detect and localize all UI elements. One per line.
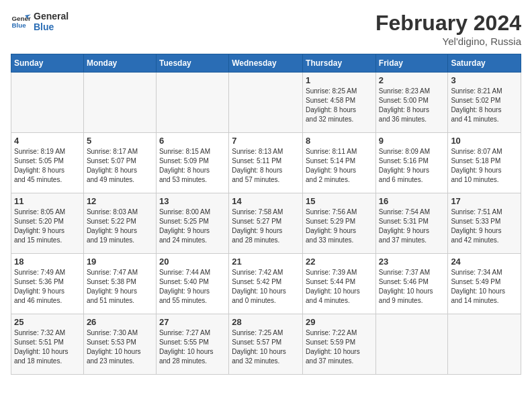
day-cell: 26Sunrise: 7:30 AM Sunset: 5:53 PM Dayli… xyxy=(83,314,156,375)
logo-line1: General xyxy=(34,11,69,21)
day-info: Sunrise: 8:13 AM Sunset: 5:11 PM Dayligh… xyxy=(232,147,300,185)
day-number: 25 xyxy=(14,317,81,327)
day-cell: 19Sunrise: 7:47 AM Sunset: 5:38 PM Dayli… xyxy=(83,254,156,314)
day-cell: 12Sunrise: 8:03 AM Sunset: 5:22 PM Dayli… xyxy=(83,193,156,254)
day-number: 24 xyxy=(451,257,518,267)
day-cell: 11Sunrise: 8:05 AM Sunset: 5:20 PM Dayli… xyxy=(11,193,84,254)
header: General Blue General Blue February 2024 … xyxy=(11,11,521,47)
day-number: 14 xyxy=(232,196,300,206)
day-number: 12 xyxy=(87,196,153,206)
day-info: Sunrise: 7:37 AM Sunset: 5:46 PM Dayligh… xyxy=(379,268,445,306)
day-info: Sunrise: 8:11 AM Sunset: 5:14 PM Dayligh… xyxy=(306,147,373,185)
day-info: Sunrise: 7:49 AM Sunset: 5:36 PM Dayligh… xyxy=(14,268,81,306)
weekday-header-thursday: Thursday xyxy=(303,54,376,73)
day-info: Sunrise: 7:47 AM Sunset: 5:38 PM Dayligh… xyxy=(87,268,153,306)
day-cell: 25Sunrise: 7:32 AM Sunset: 5:51 PM Dayli… xyxy=(11,314,84,375)
title-section: February 2024 Yel'digino, Russia xyxy=(375,11,521,47)
day-info: Sunrise: 7:51 AM Sunset: 5:33 PM Dayligh… xyxy=(451,208,518,245)
weekday-header-row: SundayMondayTuesdayWednesdayThursdayFrid… xyxy=(11,54,521,73)
day-number: 15 xyxy=(306,196,373,206)
weekday-header-monday: Monday xyxy=(83,54,156,73)
day-cell xyxy=(11,73,84,133)
day-number: 9 xyxy=(379,136,445,146)
day-info: Sunrise: 7:58 AM Sunset: 5:27 PM Dayligh… xyxy=(232,208,300,245)
day-cell xyxy=(448,314,521,375)
day-number: 18 xyxy=(14,257,81,267)
day-number: 16 xyxy=(379,196,445,206)
day-info: Sunrise: 8:07 AM Sunset: 5:18 PM Dayligh… xyxy=(451,147,518,185)
calendar: SundayMondayTuesdayWednesdayThursdayFrid… xyxy=(11,54,521,375)
day-cell: 2Sunrise: 8:23 AM Sunset: 5:00 PM Daylig… xyxy=(375,73,448,133)
weekday-header-tuesday: Tuesday xyxy=(156,54,228,73)
logo-icon: General Blue xyxy=(11,11,31,32)
day-info: Sunrise: 7:44 AM Sunset: 5:40 PM Dayligh… xyxy=(159,268,226,306)
day-cell: 28Sunrise: 7:25 AM Sunset: 5:57 PM Dayli… xyxy=(229,314,303,375)
day-cell: 9Sunrise: 8:09 AM Sunset: 5:16 PM Daylig… xyxy=(375,133,448,193)
day-cell: 4Sunrise: 8:19 AM Sunset: 5:05 PM Daylig… xyxy=(11,133,84,193)
day-cell: 20Sunrise: 7:44 AM Sunset: 5:40 PM Dayli… xyxy=(156,254,228,314)
day-info: Sunrise: 8:05 AM Sunset: 5:20 PM Dayligh… xyxy=(14,208,81,245)
day-number: 5 xyxy=(87,136,153,146)
day-cell: 22Sunrise: 7:39 AM Sunset: 5:44 PM Dayli… xyxy=(303,254,376,314)
day-info: Sunrise: 7:56 AM Sunset: 5:29 PM Dayligh… xyxy=(306,208,373,245)
logo: General Blue General Blue xyxy=(11,11,69,32)
day-info: Sunrise: 7:25 AM Sunset: 5:57 PM Dayligh… xyxy=(232,328,300,366)
day-info: Sunrise: 7:22 AM Sunset: 5:59 PM Dayligh… xyxy=(306,328,373,366)
day-number: 11 xyxy=(14,196,81,206)
day-cell: 13Sunrise: 8:00 AM Sunset: 5:25 PM Dayli… xyxy=(156,193,228,254)
day-info: Sunrise: 7:54 AM Sunset: 5:31 PM Dayligh… xyxy=(379,208,445,245)
day-cell xyxy=(156,73,228,133)
day-info: Sunrise: 7:34 AM Sunset: 5:49 PM Dayligh… xyxy=(451,268,518,306)
day-number: 27 xyxy=(159,317,226,327)
day-number: 21 xyxy=(232,257,300,267)
day-cell: 1Sunrise: 8:25 AM Sunset: 4:58 PM Daylig… xyxy=(303,73,376,133)
day-cell: 23Sunrise: 7:37 AM Sunset: 5:46 PM Dayli… xyxy=(375,254,448,314)
day-number: 3 xyxy=(451,75,518,85)
day-cell: 15Sunrise: 7:56 AM Sunset: 5:29 PM Dayli… xyxy=(303,193,376,254)
day-info: Sunrise: 8:03 AM Sunset: 5:22 PM Dayligh… xyxy=(87,208,153,245)
day-info: Sunrise: 7:42 AM Sunset: 5:42 PM Dayligh… xyxy=(232,268,300,306)
day-cell: 17Sunrise: 7:51 AM Sunset: 5:33 PM Dayli… xyxy=(448,193,521,254)
day-cell: 24Sunrise: 7:34 AM Sunset: 5:49 PM Dayli… xyxy=(448,254,521,314)
day-number: 13 xyxy=(159,196,226,206)
day-cell: 3Sunrise: 8:21 AM Sunset: 5:02 PM Daylig… xyxy=(448,73,521,133)
day-number: 23 xyxy=(379,257,445,267)
day-info: Sunrise: 8:15 AM Sunset: 5:09 PM Dayligh… xyxy=(159,147,226,185)
day-number: 22 xyxy=(306,257,373,267)
weekday-header-wednesday: Wednesday xyxy=(229,54,303,73)
day-info: Sunrise: 8:19 AM Sunset: 5:05 PM Dayligh… xyxy=(14,147,81,185)
svg-text:Blue: Blue xyxy=(12,21,27,29)
day-info: Sunrise: 7:32 AM Sunset: 5:51 PM Dayligh… xyxy=(14,328,81,366)
weekday-header-friday: Friday xyxy=(375,54,448,73)
day-info: Sunrise: 7:39 AM Sunset: 5:44 PM Dayligh… xyxy=(306,268,373,306)
day-cell: 21Sunrise: 7:42 AM Sunset: 5:42 PM Dayli… xyxy=(229,254,303,314)
day-cell xyxy=(83,73,156,133)
logo-line2: Blue xyxy=(34,21,69,32)
day-number: 26 xyxy=(87,317,153,327)
day-cell: 29Sunrise: 7:22 AM Sunset: 5:59 PM Dayli… xyxy=(303,314,376,375)
day-cell: 7Sunrise: 8:13 AM Sunset: 5:11 PM Daylig… xyxy=(229,133,303,193)
day-info: Sunrise: 8:21 AM Sunset: 5:02 PM Dayligh… xyxy=(451,87,518,124)
day-cell: 5Sunrise: 8:17 AM Sunset: 5:07 PM Daylig… xyxy=(83,133,156,193)
day-number: 20 xyxy=(159,257,226,267)
weekday-header-sunday: Sunday xyxy=(11,54,84,73)
day-info: Sunrise: 8:00 AM Sunset: 5:25 PM Dayligh… xyxy=(159,208,226,245)
day-cell xyxy=(229,73,303,133)
day-number: 8 xyxy=(306,136,373,146)
day-number: 1 xyxy=(306,75,373,85)
day-cell: 16Sunrise: 7:54 AM Sunset: 5:31 PM Dayli… xyxy=(375,193,448,254)
day-cell: 27Sunrise: 7:27 AM Sunset: 5:55 PM Dayli… xyxy=(156,314,228,375)
day-number: 7 xyxy=(232,136,300,146)
day-number: 4 xyxy=(14,136,81,146)
day-number: 2 xyxy=(379,75,445,85)
day-info: Sunrise: 7:27 AM Sunset: 5:55 PM Dayligh… xyxy=(159,328,226,366)
day-cell: 6Sunrise: 8:15 AM Sunset: 5:09 PM Daylig… xyxy=(156,133,228,193)
day-number: 10 xyxy=(451,136,518,146)
week-row-3: 11Sunrise: 8:05 AM Sunset: 5:20 PM Dayli… xyxy=(11,193,521,254)
week-row-2: 4Sunrise: 8:19 AM Sunset: 5:05 PM Daylig… xyxy=(11,133,521,193)
day-info: Sunrise: 8:25 AM Sunset: 4:58 PM Dayligh… xyxy=(306,87,373,124)
location: Yel'digino, Russia xyxy=(375,36,521,47)
day-cell: 10Sunrise: 8:07 AM Sunset: 5:18 PM Dayli… xyxy=(448,133,521,193)
day-number: 29 xyxy=(306,317,373,327)
day-number: 19 xyxy=(87,257,153,267)
